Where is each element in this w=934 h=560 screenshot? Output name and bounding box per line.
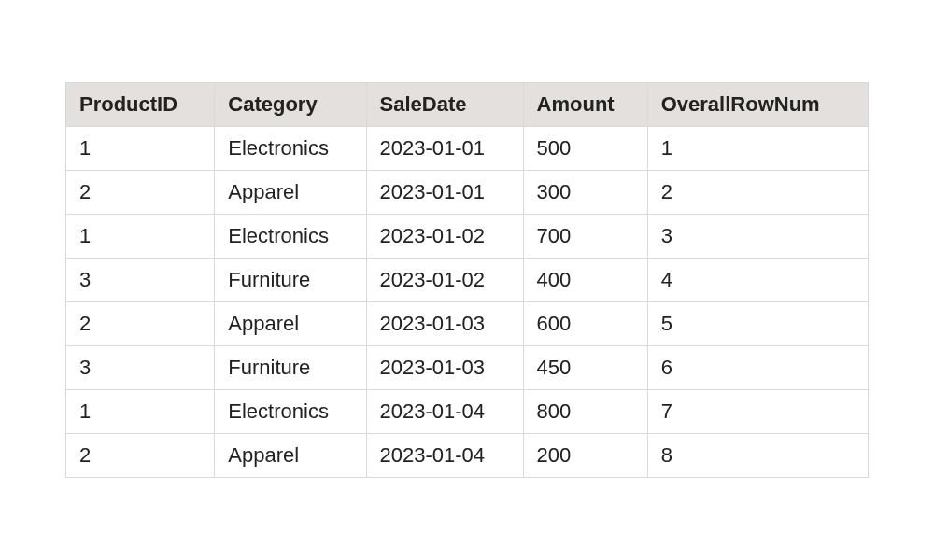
cell-saledate: 2023-01-02: [366, 259, 523, 302]
cell-saledate: 2023-01-04: [366, 434, 523, 478]
cell-category: Apparel: [215, 434, 366, 478]
table-row: 2 Apparel 2023-01-04 200 8: [66, 434, 869, 478]
cell-saledate: 2023-01-02: [366, 215, 523, 259]
table-row: 2 Apparel 2023-01-03 600 5: [66, 302, 869, 346]
cell-category: Apparel: [215, 302, 366, 346]
table-body: 1 Electronics 2023-01-01 500 1 2 Apparel…: [66, 127, 869, 478]
table-row: 2 Apparel 2023-01-01 300 2: [66, 171, 869, 215]
col-header-overallrownum: OverallRowNum: [647, 83, 868, 127]
cell-category: Electronics: [215, 127, 366, 171]
col-header-productid: ProductID: [66, 83, 215, 127]
cell-saledate: 2023-01-03: [366, 302, 523, 346]
cell-category: Apparel: [215, 171, 366, 215]
table-header: ProductID Category SaleDate Amount Overa…: [66, 83, 869, 127]
data-table-container: ProductID Category SaleDate Amount Overa…: [65, 82, 869, 478]
col-header-amount: Amount: [523, 83, 647, 127]
cell-amount: 300: [523, 171, 647, 215]
cell-productid: 2: [66, 171, 215, 215]
col-header-saledate: SaleDate: [366, 83, 523, 127]
cell-amount: 450: [523, 346, 647, 390]
table-row: 1 Electronics 2023-01-04 800 7: [66, 390, 869, 434]
table-row: 1 Electronics 2023-01-01 500 1: [66, 127, 869, 171]
cell-productid: 3: [66, 346, 215, 390]
table-row: 3 Furniture 2023-01-02 400 4: [66, 259, 869, 302]
cell-productid: 2: [66, 302, 215, 346]
cell-productid: 1: [66, 127, 215, 171]
cell-amount: 700: [523, 215, 647, 259]
cell-overallrownum: 5: [647, 302, 868, 346]
cell-category: Furniture: [215, 259, 366, 302]
cell-overallrownum: 6: [647, 346, 868, 390]
cell-saledate: 2023-01-03: [366, 346, 523, 390]
data-table: ProductID Category SaleDate Amount Overa…: [65, 82, 869, 478]
cell-productid: 1: [66, 390, 215, 434]
cell-overallrownum: 8: [647, 434, 868, 478]
cell-saledate: 2023-01-01: [366, 171, 523, 215]
cell-overallrownum: 3: [647, 215, 868, 259]
table-row: 3 Furniture 2023-01-03 450 6: [66, 346, 869, 390]
cell-category: Electronics: [215, 390, 366, 434]
cell-overallrownum: 2: [647, 171, 868, 215]
cell-category: Electronics: [215, 215, 366, 259]
cell-overallrownum: 7: [647, 390, 868, 434]
cell-saledate: 2023-01-01: [366, 127, 523, 171]
table-row: 1 Electronics 2023-01-02 700 3: [66, 215, 869, 259]
col-header-category: Category: [215, 83, 366, 127]
cell-saledate: 2023-01-04: [366, 390, 523, 434]
cell-productid: 2: [66, 434, 215, 478]
cell-category: Furniture: [215, 346, 366, 390]
cell-amount: 500: [523, 127, 647, 171]
cell-overallrownum: 1: [647, 127, 868, 171]
cell-amount: 600: [523, 302, 647, 346]
cell-amount: 800: [523, 390, 647, 434]
table-header-row: ProductID Category SaleDate Amount Overa…: [66, 83, 869, 127]
cell-amount: 400: [523, 259, 647, 302]
cell-productid: 1: [66, 215, 215, 259]
cell-productid: 3: [66, 259, 215, 302]
cell-amount: 200: [523, 434, 647, 478]
cell-overallrownum: 4: [647, 259, 868, 302]
